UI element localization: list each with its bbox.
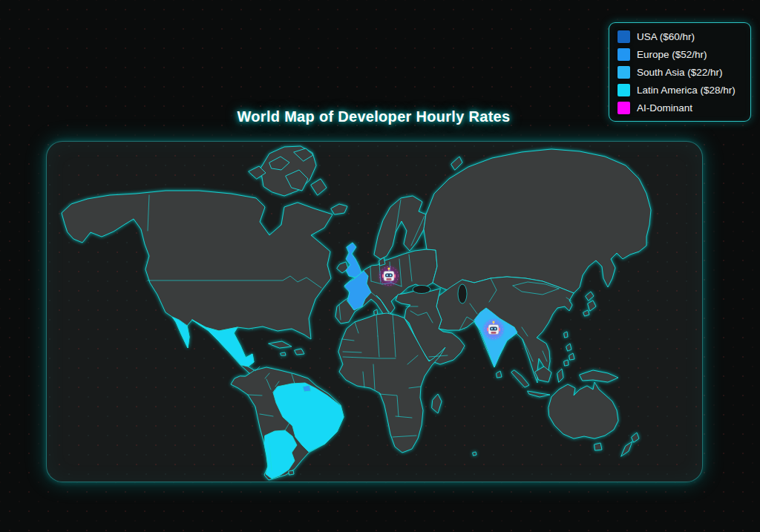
ai-robot-marker-india[interactable] — [482, 318, 505, 341]
legend-swatch-europe — [618, 48, 630, 61]
legend-item-ai-dominant[interactable]: AI-Dominant — [618, 102, 742, 114]
country-sri-lanka — [497, 371, 502, 378]
novaya-zemlya — [451, 157, 462, 170]
country-united-kingdom[interactable] — [346, 243, 361, 278]
caribbean-islands — [269, 341, 304, 355]
legend-item-europe[interactable]: Europe ($52/hr) — [618, 48, 742, 61]
country-japan — [583, 292, 596, 316]
region-french-guiana[interactable] — [303, 385, 311, 392]
country-new-zealand — [621, 433, 639, 456]
country-new-guinea — [580, 370, 618, 382]
legend-swatch-usa — [618, 30, 630, 43]
world-map — [47, 142, 702, 482]
page-title: World Map of Developer Hourly Rates — [46, 108, 701, 125]
country-tasmania — [594, 443, 602, 450]
pacific-island — [473, 452, 476, 456]
legend-item-latin-america[interactable]: Latin America ($28/hr) — [618, 84, 742, 96]
continent-north-america — [62, 191, 332, 397]
ai-robot-marker-europe[interactable] — [377, 264, 401, 288]
legend-item-usa[interactable]: USA ($60/hr) — [618, 30, 742, 43]
legend-label-ai-dominant: AI-Dominant — [637, 102, 692, 114]
legend-label-south-asia: South Asia ($22/hr) — [637, 67, 723, 78]
legend-item-south-asia[interactable]: South Asia ($22/hr) — [618, 66, 742, 79]
legend-label-usa: USA ($60/hr) — [637, 31, 695, 42]
legend: USA ($60/hr) Europe ($52/hr) South Asia … — [609, 22, 751, 122]
falkland-islands — [289, 470, 294, 475]
country-taiwan — [564, 332, 568, 338]
country-philippines — [564, 344, 574, 366]
legend-swatch-south-asia — [618, 66, 630, 79]
country-russia — [424, 149, 651, 293]
legend-label-latin-america: Latin America ($28/hr) — [637, 85, 736, 96]
country-australia — [548, 382, 618, 439]
legend-label-europe: Europe ($52/hr) — [637, 49, 707, 60]
country-iceland — [331, 204, 347, 214]
country-madagascar — [432, 394, 442, 413]
legend-swatch-ai-dominant — [618, 102, 630, 114]
legend-swatch-latin-america — [618, 84, 630, 96]
page: { "title": "World Map of Developer Hourl… — [0, 0, 760, 532]
map-panel — [46, 141, 703, 482]
landmasses — [62, 146, 651, 480]
